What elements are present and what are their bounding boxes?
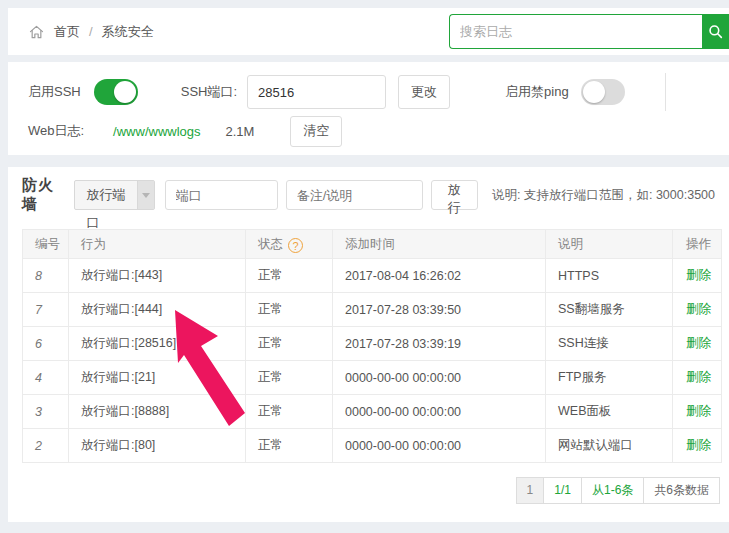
- row-note: HTTPS: [546, 259, 673, 293]
- port-input[interactable]: [165, 180, 278, 210]
- row-status: 正常: [246, 327, 333, 361]
- clear-log-button[interactable]: 清空: [290, 116, 342, 147]
- divider: [665, 73, 666, 111]
- row-note: WEB面板: [546, 395, 673, 429]
- allow-port-button[interactable]: 放行: [431, 180, 478, 210]
- ssh-toggle-knob: [114, 81, 136, 103]
- firewall-title: 防火墙: [22, 176, 61, 214]
- firewall-toolbar: 防火墙 放行端口 放行 说明: 支持放行端口范围，如: 3000:3500: [22, 180, 715, 210]
- header-status: 状态?: [246, 230, 333, 259]
- table-row: 2 放行端口:[80] 正常 0000-00-00 00:00:00 网站默认端…: [23, 429, 722, 463]
- row-time: 2017-07-28 03:39:50: [333, 293, 546, 327]
- row-action: 放行端口:[21]: [69, 361, 246, 395]
- page-range[interactable]: 从1-6条: [581, 477, 644, 504]
- firewall-table-body: 8 放行端口:[443] 正常 2017-08-04 16:26:02 HTTP…: [23, 259, 722, 463]
- log-search: [449, 14, 729, 49]
- table-row: 3 放行端口:[8888] 正常 0000-00-00 00:00:00 WEB…: [23, 395, 722, 429]
- top-bar: 首页 / 系统安全: [8, 8, 729, 55]
- change-port-button[interactable]: 更改: [398, 75, 450, 109]
- weblog-size: 2.1M: [226, 124, 255, 139]
- row-id: 8: [23, 259, 69, 293]
- disable-ping-label: 启用禁ping: [505, 83, 569, 101]
- weblog-label: Web日志:: [28, 122, 84, 140]
- search-icon: [708, 24, 723, 39]
- row-status: 正常: [246, 293, 333, 327]
- row-time: 0000-00-00 00:00:00: [333, 395, 546, 429]
- page-total: 共6条数据: [643, 477, 720, 504]
- weblog-path[interactable]: /www/wwwlogs: [113, 124, 200, 139]
- header-note: 说明: [546, 230, 673, 259]
- ping-toggle-knob: [583, 81, 605, 103]
- row-status: 正常: [246, 429, 333, 463]
- chevron-down-icon: [137, 181, 153, 209]
- search-input[interactable]: [449, 14, 702, 49]
- home-icon[interactable]: [28, 24, 45, 40]
- breadcrumb: 首页 / 系统安全: [8, 23, 154, 41]
- delete-link[interactable]: 删除: [686, 438, 711, 452]
- ping-toggle[interactable]: [581, 79, 625, 105]
- header-time: 添加时间: [333, 230, 546, 259]
- row-note: SS翻墙服务: [546, 293, 673, 327]
- table-row: 8 放行端口:[443] 正常 2017-08-04 16:26:02 HTTP…: [23, 259, 722, 293]
- ssh-settings-panel: 启用SSH SSH端口: 更改 启用禁ping Web日志: /www/wwwl…: [8, 62, 729, 155]
- delete-link[interactable]: 删除: [686, 336, 711, 350]
- enable-ssh-label: 启用SSH: [28, 83, 81, 101]
- row-time: 0000-00-00 00:00:00: [333, 429, 546, 463]
- rule-type-select[interactable]: 放行端口: [74, 180, 154, 210]
- row-note: 网站默认端口: [546, 429, 673, 463]
- note-input[interactable]: [286, 180, 423, 210]
- row-action: 放行端口:[28516]: [69, 327, 246, 361]
- firewall-rules-table: 编号 行为 状态? 添加时间 说明 操作 8 放行端口:[443] 正常 201…: [22, 229, 722, 463]
- ssh-port-label: SSH端口:: [181, 83, 237, 101]
- row-id: 4: [23, 361, 69, 395]
- row-time: 2017-07-28 03:39:19: [333, 327, 546, 361]
- row-status: 正常: [246, 259, 333, 293]
- breadcrumb-home[interactable]: 首页: [54, 23, 80, 41]
- delete-link[interactable]: 删除: [686, 404, 711, 418]
- row-action: 放行端口:[8888]: [69, 395, 246, 429]
- delete-link[interactable]: 删除: [686, 302, 711, 316]
- help-icon[interactable]: ?: [288, 238, 303, 253]
- table-row: 7 放行端口:[444] 正常 2017-07-28 03:39:50 SS翻墙…: [23, 293, 722, 327]
- row-note: SSH连接: [546, 327, 673, 361]
- row-time: 0000-00-00 00:00:00: [333, 361, 546, 395]
- row-id: 7: [23, 293, 69, 327]
- page-number[interactable]: 1: [516, 477, 545, 504]
- table-row: 4 放行端口:[21] 正常 0000-00-00 00:00:00 FTP服务…: [23, 361, 722, 395]
- page-of[interactable]: 1/1: [543, 477, 582, 504]
- breadcrumb-current: 系统安全: [102, 23, 154, 41]
- row-action: 放行端口:[444]: [69, 293, 246, 327]
- delete-link[interactable]: 删除: [686, 268, 711, 282]
- pagination: 1 1/1 从1-6条 共6条数据: [8, 477, 720, 504]
- ssh-port-input[interactable]: [247, 75, 386, 109]
- row-action: 放行端口:[80]: [69, 429, 246, 463]
- row-action: 放行端口:[443]: [69, 259, 246, 293]
- ssh-toggle[interactable]: [94, 79, 138, 105]
- row-note: FTP服务: [546, 361, 673, 395]
- delete-link[interactable]: 删除: [686, 370, 711, 384]
- header-id: 编号: [23, 230, 69, 259]
- row-id: 2: [23, 429, 69, 463]
- firewall-panel: 防火墙 放行端口 放行 说明: 支持放行端口范围，如: 3000:3500 编号…: [8, 167, 729, 522]
- row-id: 3: [23, 395, 69, 429]
- row-time: 2017-08-04 16:26:02: [333, 259, 546, 293]
- search-button[interactable]: [702, 14, 729, 49]
- table-header-row: 编号 行为 状态? 添加时间 说明 操作: [23, 230, 722, 259]
- header-op: 操作: [673, 230, 722, 259]
- firewall-hint: 说明: 支持放行端口范围，如: 3000:3500: [492, 187, 715, 204]
- row-status: 正常: [246, 395, 333, 429]
- breadcrumb-separator: /: [89, 24, 93, 39]
- row-status: 正常: [246, 361, 333, 395]
- rule-type-selected: 放行端口: [75, 181, 137, 209]
- row-id: 6: [23, 327, 69, 361]
- table-row: 6 放行端口:[28516] 正常 2017-07-28 03:39:19 SS…: [23, 327, 722, 361]
